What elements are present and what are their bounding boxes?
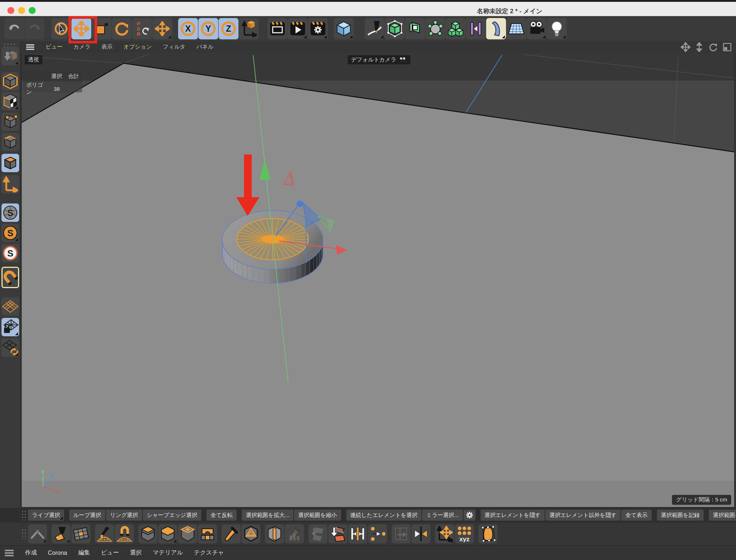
arc-tool-button[interactable]	[28, 524, 47, 543]
field-object-button[interactable]	[425, 18, 445, 39]
menu-select[interactable]: 選択	[130, 549, 142, 557]
knife-tool-button[interactable]	[222, 524, 241, 543]
axis-mode-button[interactable]	[1, 175, 19, 194]
add-primitive-cube-button[interactable]	[334, 18, 354, 39]
texture-mode-button[interactable]	[1, 92, 19, 110]
viewport-3d[interactable]: Y Z X 透視 選択 合計 ポリゴン 38 デフォルトカメラ グリッ	[21, 53, 735, 507]
point-mode-button[interactable]	[1, 113, 19, 131]
symmetry-object-button[interactable]	[466, 18, 486, 39]
zoom-window-button[interactable]	[29, 7, 36, 14]
split-tool-button[interactable]	[368, 524, 387, 543]
render-settings-button[interactable]	[308, 18, 328, 39]
mirror-selection-command[interactable]: ミラー選択...	[422, 510, 463, 521]
invert-all-command[interactable]: 全て反転	[206, 510, 237, 521]
orbit-view-icon[interactable]	[708, 42, 718, 52]
bevel-tool-button[interactable]	[138, 524, 158, 543]
loop-selection-command[interactable]: ループ選択	[69, 510, 105, 521]
close-polygon-hole-button[interactable]	[241, 524, 261, 543]
free-move-tool-button[interactable]	[152, 18, 172, 39]
psr-tool-button[interactable]: P S R	[132, 18, 152, 39]
select-connected-command[interactable]: 連続したエレメントを選択	[346, 510, 422, 521]
set-point-value-button[interactable]	[328, 524, 347, 543]
unhide-all-command[interactable]: 全て表示	[621, 510, 651, 521]
viewport-menu-view[interactable]: ビュー	[46, 43, 63, 50]
quantize-magnet-button[interactable]	[1, 267, 19, 288]
edge-cut-button[interactable]	[265, 524, 284, 543]
sharp-edge-selection-command[interactable]: シャープエッジ選択	[143, 510, 201, 521]
menu-create[interactable]: 作成	[25, 549, 37, 557]
rotate-tool-button[interactable]	[112, 18, 132, 39]
set-point-position-button[interactable]: xyz	[455, 524, 474, 543]
menu-material[interactable]: マテリアル	[153, 549, 183, 557]
make-editable-button[interactable]	[1, 47, 19, 65]
polygon-pen-button[interactable]	[52, 524, 71, 543]
viewport-menu-filter[interactable]: フィルタ	[163, 43, 185, 50]
array-object-button[interactable]	[446, 18, 466, 39]
workplane-mode-button[interactable]	[1, 339, 19, 357]
bridge-tool-button[interactable]	[198, 524, 217, 543]
dolly-view-icon[interactable]	[696, 42, 703, 52]
inner-extrude-button[interactable]	[178, 524, 197, 543]
add-spline-pen-button[interactable]	[365, 18, 385, 39]
ring-selection-command[interactable]: リング選択	[106, 510, 142, 521]
snap-mode-button[interactable]: S	[1, 244, 19, 262]
bottom-burger-icon[interactable]	[4, 549, 14, 557]
lock-workplane-button[interactable]	[1, 318, 19, 336]
lock-y-axis-button[interactable]: Y	[198, 18, 218, 39]
shrink-selection-command[interactable]: 選択範囲を縮小	[294, 510, 341, 521]
store-selection-command[interactable]: 選択範囲を記録	[657, 510, 704, 521]
viewport-menu-panel[interactable]: パネル	[197, 43, 213, 50]
redo-button[interactable]	[25, 18, 45, 39]
edge-mode-button[interactable]	[1, 133, 19, 151]
viewport-menu-options[interactable]: オプション	[124, 43, 152, 50]
mirror-tool-button[interactable]	[411, 524, 431, 543]
menu-edit[interactable]: 編集	[78, 549, 90, 557]
enable-snap-button[interactable]: S	[1, 203, 19, 222]
workplane-button[interactable]	[1, 297, 19, 316]
floor-object-button[interactable]	[506, 18, 526, 39]
pan-view-icon[interactable]	[681, 42, 690, 52]
magnet-tool-button[interactable]	[115, 524, 134, 543]
gizmo-z-arrowhead[interactable]	[297, 201, 303, 207]
render-to-picture-viewer-button[interactable]	[288, 18, 308, 39]
close-window-button[interactable]	[7, 7, 14, 14]
toolsbar-drag-handle[interactable]	[21, 529, 26, 539]
live-selection-command[interactable]: ライブ選択	[28, 510, 64, 521]
camera-label-chip[interactable]: デフォルトカメラ	[348, 55, 410, 64]
bend-deformer-button[interactable]	[486, 18, 506, 39]
viewport-menu-display[interactable]: 表示	[102, 43, 113, 50]
render-view-button[interactable]	[268, 18, 287, 39]
lock-x-axis-button[interactable]: X	[178, 18, 198, 39]
menu-corona[interactable]: Corona	[48, 550, 67, 556]
selbar-drag-handle[interactable]	[21, 510, 26, 520]
undo-button[interactable]	[4, 18, 24, 39]
lock-z-axis-button[interactable]: Z	[219, 18, 238, 39]
brush-tool-button[interactable]	[95, 524, 114, 543]
camera-object-button[interactable]	[527, 18, 546, 39]
snap-settings-button[interactable]: S	[1, 224, 19, 242]
hide-unselected-command[interactable]: 選択エレメント以外を隠す	[545, 510, 620, 521]
live-selection-tool-button[interactable]	[51, 18, 71, 39]
sidebar-drag-handle[interactable]	[3, 43, 18, 47]
subdivision-surface-button[interactable]	[385, 18, 405, 39]
viewport-menu-camera[interactable]: カメラ	[74, 43, 91, 50]
axis-center-button[interactable]	[435, 524, 454, 543]
view-type-chip[interactable]: 透視	[25, 55, 42, 64]
model-mode-button[interactable]	[1, 72, 19, 91]
maximize-view-icon[interactable]	[723, 43, 732, 52]
cage-deform-button[interactable]	[478, 524, 498, 543]
hide-selected-command[interactable]: 選択エレメントを隠す	[481, 510, 545, 521]
coordinate-system-button[interactable]	[239, 18, 259, 39]
minimize-window-button[interactable]	[18, 7, 25, 14]
mirror-selection-settings-button[interactable]	[464, 510, 475, 521]
traffic-lights[interactable]	[7, 7, 36, 14]
grow-selection-command[interactable]: 選択範囲を拡大...	[242, 510, 293, 521]
polygon-mode-button[interactable]	[1, 154, 19, 172]
menu-texture[interactable]: テクスチャ	[194, 549, 224, 557]
quad-patch-button[interactable]	[71, 524, 91, 543]
extrude-generator-button[interactable]	[405, 18, 425, 39]
viewport-burger-icon[interactable]	[26, 44, 35, 50]
extrude-tool-button[interactable]	[158, 524, 177, 543]
convert-selection-command[interactable]: 選択範囲を変換	[709, 510, 736, 521]
light-object-button[interactable]	[547, 18, 567, 39]
